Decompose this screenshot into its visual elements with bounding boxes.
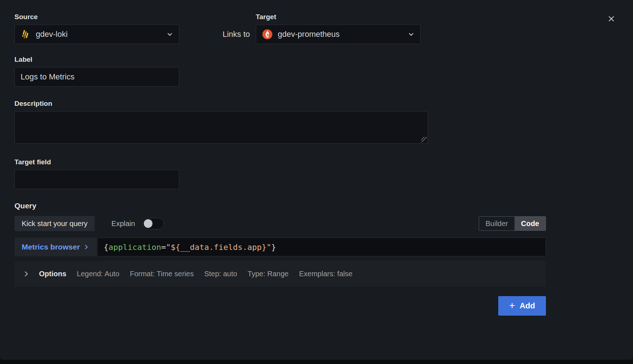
correlation-editor-panel: Source gdev-loki (0, 0, 633, 360)
footer-actions: + Add (14, 296, 546, 316)
add-button-label: Add (520, 301, 535, 311)
add-button[interactable]: + Add (498, 296, 546, 316)
target-field-input[interactable] (14, 170, 179, 189)
query-section: Query Kick start your query Explain Buil… (14, 202, 546, 287)
loki-icon (21, 29, 31, 39)
target-group: Links to Target gdev-prometheus (223, 13, 421, 44)
chevron-down-icon (167, 31, 173, 38)
target-field-label: Target field (14, 158, 546, 166)
prometheus-icon (262, 29, 273, 40)
chevron-right-icon[interactable] (23, 271, 29, 277)
query-option-item: Exemplars: false (299, 270, 353, 278)
description-textarea[interactable] (14, 111, 428, 144)
target-label: Target (256, 13, 421, 21)
expression-token: = (161, 243, 166, 252)
source-label: Source (14, 13, 179, 21)
target-select-value: gdev-prometheus (278, 30, 340, 39)
source-select-value: gdev-loki (36, 30, 68, 39)
chevron-right-icon (83, 244, 89, 250)
expression-token: } (271, 243, 276, 252)
mode-option-code[interactable]: Code (514, 217, 546, 230)
query-options-row[interactable]: Options Legend: AutoFormat: Time seriesS… (14, 261, 546, 287)
label-label: Label (14, 56, 546, 64)
explain-toggle[interactable] (142, 218, 164, 229)
label-field-group: Label (14, 56, 546, 87)
target-select[interactable]: gdev-prometheus (256, 25, 421, 44)
target-column: Target gdev-prometheus (256, 13, 421, 44)
explain-label: Explain (111, 220, 135, 228)
links-to-label: Links to (223, 25, 250, 44)
resize-grip[interactable] (421, 137, 427, 142)
description-label: Description (14, 100, 546, 108)
query-option-item: Type: Range (247, 270, 288, 278)
source-column: Source gdev-loki (14, 13, 179, 44)
expression-token: application (108, 243, 161, 252)
query-option-item: Step: auto (204, 270, 237, 278)
toggle-knob (144, 219, 152, 228)
metrics-browser-button[interactable]: Metrics browser (14, 238, 96, 256)
query-editor-row: Metrics browser {application="${__data.f… (14, 238, 546, 256)
expression-token: { (104, 243, 108, 252)
kick-start-query-button[interactable]: Kick start your query (14, 216, 95, 231)
query-expression-input[interactable]: {application="${__data.fields.app}"} (97, 238, 546, 256)
description-field-group: Description (14, 100, 546, 144)
query-section-label: Query (14, 202, 546, 210)
label-input[interactable] (14, 67, 179, 87)
query-toolbar: Kick start your query Explain Builder Co… (14, 216, 546, 231)
target-field-group: Target field (14, 158, 546, 189)
source-select[interactable]: gdev-loki (14, 25, 179, 44)
plus-icon: + (509, 301, 515, 311)
query-option-item: Format: Time series (130, 270, 194, 278)
options-label: Options (39, 270, 66, 278)
close-icon[interactable] (606, 13, 617, 25)
expression-token: "${__data.fields.app}" (166, 243, 271, 252)
metrics-browser-label: Metrics browser (22, 243, 80, 251)
query-option-item: Legend: Auto (77, 270, 120, 278)
mode-option-builder[interactable]: Builder (479, 217, 514, 230)
source-target-row: Source gdev-loki (14, 13, 546, 44)
editor-mode-group: Builder Code (479, 216, 546, 231)
options-summary: Legend: AutoFormat: Time seriesStep: aut… (77, 270, 353, 278)
chevron-down-icon (408, 31, 414, 38)
